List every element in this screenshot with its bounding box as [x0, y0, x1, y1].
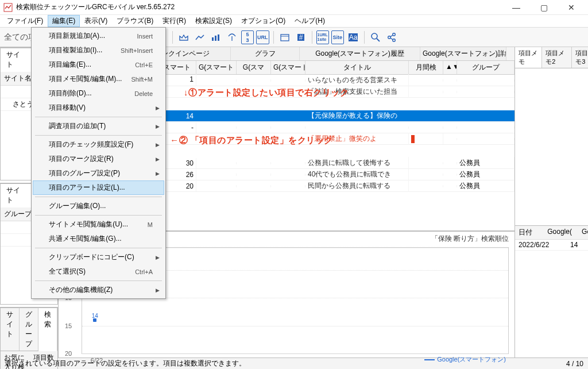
svg-text:#: # [299, 33, 303, 41]
menu-item[interactable]: 項目削除(D)...Delete [33, 86, 164, 101]
aa-icon[interactable]: Aa [346, 30, 360, 44]
tab-fav-group[interactable]: グループ [20, 308, 38, 351]
titlebar: 検索順位チェックツールGRCモバイル ver.5.65.272 — ▢ ✕ [0, 0, 588, 15]
menu-item[interactable]: 項目複製追加(I)...Shift+Insert [33, 43, 164, 57]
menu-edit[interactable]: 編集(E) [48, 15, 80, 27]
tab-memo2[interactable]: 項目メモ2 [542, 47, 572, 68]
close-button[interactable]: ✕ [563, 3, 580, 12]
menu-file[interactable]: ファイル(F) [2, 15, 48, 27]
minimize-button[interactable]: — [508, 3, 525, 12]
history-row[interactable]: 2022/6/22 14 [515, 240, 588, 251]
menu-item[interactable]: 全て選択(S)Ctrl+A [33, 264, 164, 279]
tab-site[interactable]: サイト [1, 48, 32, 72]
menu-item[interactable]: 項目のグループ設定(P)▶ [33, 166, 164, 180]
annotation-1: ↓①アラート設定したい項目で右クリック [184, 87, 349, 98]
menu-item[interactable]: クリップボードにコピー(C)▶ [33, 250, 164, 264]
app-icon [3, 3, 13, 12]
history-header: 日付 Google( Goog [515, 226, 588, 240]
menu-item[interactable]: 項目のマーク設定(R)▶ [33, 152, 164, 166]
table-row[interactable]: - [133, 122, 514, 133]
menu-item[interactable]: 項目編集(E)...Ctrl+E [33, 57, 164, 72]
bar-chart-icon[interactable] [209, 30, 223, 44]
table-row[interactable]: 業1いらないものを売る営業スキ [133, 75, 514, 86]
menu-run[interactable]: 実行(R) [158, 15, 191, 27]
tab-fav-site[interactable]: サイト [1, 308, 20, 351]
hash-icon[interactable]: # [294, 30, 308, 44]
fav-panel-tabs: サイト グループ 検索 [1, 308, 57, 351]
svg-line-18 [390, 38, 393, 40]
one-url-icon[interactable]: 1URL1site [316, 30, 329, 44]
menu-options[interactable]: オプション(O) [237, 15, 290, 27]
menu-item[interactable]: 項目のチェック頻度設定(F)▶ [33, 137, 164, 152]
svg-rect-5 [218, 34, 219, 41]
menu-item[interactable]: 項目のアラート設定(L)... [33, 180, 164, 195]
menu-item[interactable]: 項目メモ閲覧/編集(M)...Shift+M [33, 72, 164, 86]
search-icon[interactable] [369, 30, 382, 44]
status-text: 選択されている項目のアラートの設定を行います。項目は複数選択できます。 [5, 359, 246, 368]
menu-item[interactable]: 項目移動(V)▶ [33, 101, 164, 115]
calendar-icon[interactable] [278, 30, 292, 44]
svg-rect-3 [212, 37, 214, 41]
antenna-icon[interactable] [225, 30, 239, 44]
table-row[interactable]: 30公務員に転職して後悔する公務員 [133, 157, 514, 169]
menu-item[interactable]: グループ編集(O)... [33, 199, 164, 213]
line-chart-icon[interactable] [193, 30, 207, 44]
table-row[interactable]: 20民間から公務員に転職する公務員 [133, 180, 514, 192]
svg-line-13 [377, 39, 380, 41]
tab-fav-search[interactable]: 検索 [38, 308, 57, 351]
table-row[interactable]: 2640代でも公務員に転職でき公務員 [133, 169, 514, 180]
menu-item[interactable]: その他の編集機能(Z)▶ [33, 283, 164, 297]
num-53-icon[interactable]: 53 [241, 30, 254, 44]
status-count: 4 / 10 [566, 360, 583, 368]
crown-icon[interactable] [177, 30, 191, 44]
table-row[interactable]: 14【元保険屋が教える】保険の [133, 110, 514, 122]
menu-item[interactable]: 共通メモ閲覧/編集(G)... [33, 232, 164, 246]
menu-view[interactable]: 表示(V) [80, 15, 112, 27]
svg-line-17 [390, 35, 393, 37]
svg-point-14 [388, 36, 390, 39]
annotation-2: ←② 「項目のアラート設定」をクリック [170, 135, 333, 146]
share-icon[interactable] [385, 30, 399, 44]
svg-point-16 [392, 39, 395, 41]
menu-item[interactable]: 調査項目の追加(T)▶ [33, 119, 164, 133]
menubar: ファイル(F) 編集(E) 表示(V) ブラウズ(B) 実行(R) 検索設定(S… [0, 15, 588, 28]
site-icon[interactable]: Site [331, 30, 344, 44]
menu-item[interactable]: 項目新規追加(A)...Insert [33, 29, 164, 43]
memo-tabs: 項目メモ 項目メモ2 項目メモ3 [515, 47, 588, 68]
edit-menu-dropdown: 項目新規追加(A)...Insert項目複製追加(I)...Shift+Inse… [31, 27, 166, 299]
right-column: 項目メモ 項目メモ2 項目メモ3 日付 Google( Goog 2022/6/… [514, 47, 588, 358]
tab-memo1[interactable]: 項目メモ [515, 47, 542, 68]
url-icon[interactable]: URL [256, 30, 269, 44]
menu-help[interactable]: ヘルプ(H) [290, 15, 330, 27]
svg-rect-4 [215, 36, 216, 41]
svg-point-15 [392, 33, 395, 36]
window-buttons: — ▢ ✕ [508, 3, 585, 12]
svg-point-12 [372, 33, 377, 39]
menu-browse[interactable]: ブラウズ(B) [112, 15, 158, 27]
svg-text:Aa: Aa [349, 33, 357, 41]
tab-memo3[interactable]: 項目メモ3 [572, 47, 588, 68]
tab-site-2[interactable]: サイト [1, 183, 32, 207]
menu-item[interactable]: サイトメモ閲覧/編集(U)...M [33, 217, 164, 232]
window-title: 検索順位チェックツールGRCモバイル ver.5.65.272 [16, 2, 508, 12]
menu-search-settings[interactable]: 検索設定(S) [191, 15, 237, 27]
maximize-button[interactable]: ▢ [535, 3, 552, 12]
svg-rect-6 [281, 34, 289, 41]
